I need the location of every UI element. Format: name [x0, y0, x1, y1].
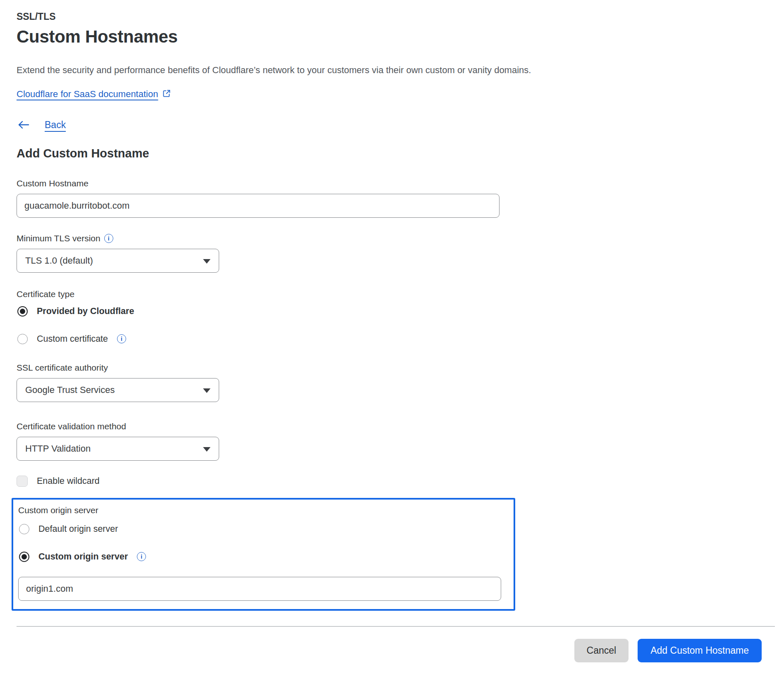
validation-method-label: Certificate validation method [17, 421, 784, 431]
min-tls-info-icon[interactable] [104, 234, 113, 243]
radio-unselected-icon [17, 334, 28, 344]
custom-hostname-field: Custom Hostname [17, 179, 784, 218]
radio-custom-certificate[interactable]: Custom certificate [17, 333, 784, 344]
back-row: Back [17, 119, 784, 131]
custom-hostname-input[interactable] [17, 194, 500, 218]
doc-link-row: Cloudflare for SaaS documentation [17, 88, 784, 100]
saas-documentation-link[interactable]: Cloudflare for SaaS documentation [17, 89, 171, 100]
custom-origin-server-section: Custom origin server Default origin serv… [12, 498, 515, 611]
radio-custom-origin-server[interactable]: Custom origin server [19, 551, 514, 562]
back-arrow-icon[interactable] [17, 120, 30, 129]
enable-wildcard-label: Enable wildcard [37, 476, 100, 486]
chevron-down-icon [203, 447, 210, 452]
custom-hostname-label: Custom Hostname [17, 179, 784, 188]
radio-default-origin-server-label: Default origin server [38, 524, 118, 534]
form-actions: Cancel Add Custom Hostname [0, 639, 762, 662]
certificate-type-field: Certificate type Provided by Cloudflare … [17, 289, 784, 344]
chevron-down-icon [203, 259, 210, 264]
radio-default-origin-server[interactable]: Default origin server [19, 524, 514, 534]
ssl-authority-selected-value: Google Trust Services [25, 385, 115, 395]
page-title: Custom Hostnames [17, 26, 784, 47]
validation-method-selected-value: HTTP Validation [25, 443, 91, 454]
min-tls-label: Minimum TLS version [17, 233, 100, 243]
form-heading: Add Custom Hostname [17, 147, 784, 160]
radio-custom-origin-server-label: Custom origin server [38, 552, 128, 562]
chevron-down-icon [203, 388, 210, 393]
radio-unselected-icon [19, 524, 29, 534]
saas-documentation-link-label: Cloudflare for SaaS documentation [17, 89, 158, 100]
radio-selected-icon [17, 306, 28, 317]
min-tls-select[interactable]: TLS 1.0 (default) [17, 249, 219, 273]
custom-certificate-info-icon[interactable] [117, 334, 126, 343]
certificate-type-label: Certificate type [17, 289, 784, 299]
radio-provided-by-cloudflare[interactable]: Provided by Cloudflare [17, 306, 784, 317]
custom-origin-server-info-icon[interactable] [137, 552, 146, 561]
checkbox-unchecked-icon[interactable] [17, 476, 28, 487]
radio-provided-by-cloudflare-label: Provided by Cloudflare [37, 306, 134, 317]
ssl-authority-select[interactable]: Google Trust Services [17, 378, 219, 402]
enable-wildcard-checkbox-row[interactable]: Enable wildcard [17, 476, 784, 487]
external-link-icon [162, 89, 171, 98]
min-tls-field: Minimum TLS version TLS 1.0 (default) [17, 233, 784, 273]
validation-method-select[interactable]: HTTP Validation [17, 437, 219, 461]
footer-divider [17, 626, 775, 627]
ssl-authority-label: SSL certificate authority [17, 363, 784, 373]
page-description: Extend the security and performance bene… [17, 65, 637, 76]
breadcrumb-section: SSL/TLS [17, 11, 784, 22]
cancel-button[interactable]: Cancel [574, 639, 629, 662]
back-link[interactable]: Back [45, 119, 66, 131]
min-tls-selected-value: TLS 1.0 (default) [25, 255, 93, 266]
wildcard-field: Enable wildcard [17, 476, 784, 487]
custom-origin-server-input[interactable] [18, 577, 501, 601]
add-custom-hostname-button[interactable]: Add Custom Hostname [638, 639, 762, 662]
radio-custom-certificate-label: Custom certificate [37, 334, 108, 344]
radio-selected-icon [19, 552, 29, 562]
validation-method-field: Certificate validation method HTTP Valid… [17, 421, 784, 461]
ssl-authority-field: SSL certificate authority Google Trust S… [17, 363, 784, 402]
custom-hostnames-page: SSL/TLS Custom Hostnames Extend the secu… [0, 0, 784, 662]
origin-server-label: Custom origin server [18, 505, 514, 515]
